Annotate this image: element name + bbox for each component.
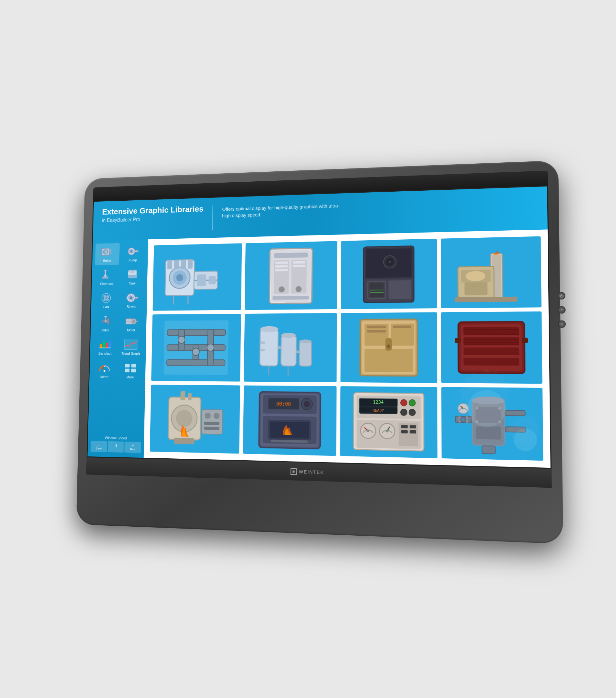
brand-name: WEINTEK — [299, 469, 324, 474]
device-wrapper: Extensive Graphic Libraries in EasyBuild… — [50, 43, 566, 655]
svg-rect-65 — [188, 259, 192, 268]
window-speed-label: Window Speed — [91, 435, 141, 440]
pump-label: Pump — [128, 258, 137, 262]
tile-8[interactable] — [441, 311, 542, 383]
svg-point-181 — [400, 409, 407, 416]
svg-rect-152 — [174, 438, 194, 444]
pause-icon: ⏸ — [113, 443, 118, 448]
svg-rect-76 — [275, 261, 288, 264]
svg-rect-132 — [367, 325, 386, 328]
svg-rect-12 — [104, 269, 106, 271]
sidebar-item-fan[interactable]: Fan — [94, 289, 118, 311]
svg-rect-133 — [367, 330, 386, 332]
screen-container: Extensive Graphic Libraries in EasyBuild… — [86, 185, 551, 469]
boiler-label: Boiler — [103, 259, 111, 263]
svg-rect-155 — [201, 409, 222, 434]
svg-line-49 — [102, 366, 105, 370]
sidebar-item-chemical[interactable]: Chemical — [94, 266, 119, 288]
motor-label: Motor — [127, 328, 135, 332]
svg-text:00:00: 00:00 — [276, 401, 291, 406]
tile-3[interactable] — [341, 239, 437, 309]
svg-point-182 — [409, 409, 415, 416]
svg-rect-42 — [102, 341, 105, 348]
tile-1[interactable] — [152, 243, 242, 311]
network-button[interactable]: ⊞ — [558, 320, 566, 327]
speed-slow-button[interactable]: 🚲 Slow — [90, 441, 107, 452]
right-buttons: ⏻ ✳ ⊞ — [557, 292, 566, 327]
tank-icon — [125, 268, 140, 281]
header-description: Offers optimal display for high-quality … — [222, 199, 347, 219]
svg-rect-68 — [208, 276, 215, 284]
svg-rect-54 — [131, 364, 136, 367]
tile-6[interactable] — [244, 313, 337, 382]
speed-fast-button[interactable]: ✈ Fast — [124, 441, 141, 452]
sidebar-item-tank[interactable]: Tank — [120, 265, 145, 288]
pump-icon — [125, 245, 140, 257]
svg-point-112 — [207, 344, 214, 351]
tile-2[interactable] — [245, 241, 337, 310]
svg-rect-77 — [275, 265, 288, 267]
svg-rect-62 — [167, 260, 172, 269]
svg-rect-210 — [482, 446, 495, 454]
svg-rect-158 — [204, 422, 219, 425]
valve-icon — [98, 315, 113, 327]
sidebar-item-meter[interactable]: Meter — [92, 359, 117, 381]
sidebar-item-trend-graph[interactable]: Trend Graph — [118, 336, 143, 358]
sidebar-item-blower[interactable]: Blower — [119, 289, 144, 311]
sidebar-item-more[interactable]: More — [118, 359, 142, 381]
sidebar-item-pump[interactable]: Pump — [120, 242, 145, 264]
sidebar-item-valve[interactable]: Valve — [93, 312, 118, 334]
trend-graph-icon — [123, 338, 138, 350]
slow-label: Slow — [95, 447, 101, 450]
power-button[interactable]: ⏻ — [557, 292, 565, 299]
svg-rect-115 — [281, 335, 296, 366]
tile-12[interactable] — [441, 387, 543, 461]
svg-rect-129 — [364, 349, 413, 372]
device-shell: Extensive Graphic Libraries in EasyBuild… — [76, 160, 563, 544]
fan-icon — [99, 292, 113, 304]
tile-7[interactable] — [340, 312, 437, 383]
svg-point-30 — [104, 320, 107, 323]
blower-label: Blower — [126, 305, 136, 309]
meter-label: Meter — [100, 375, 109, 379]
motor-icon — [124, 315, 139, 327]
svg-rect-123 — [260, 341, 265, 344]
header-title-line1: Extensive Graphic Libraries — [102, 204, 203, 217]
svg-rect-17 — [128, 275, 137, 278]
svg-rect-117 — [299, 341, 311, 366]
tile-11[interactable]: 1234 READY — [340, 386, 437, 458]
svg-rect-102 — [454, 296, 517, 302]
more-label: More — [126, 375, 134, 379]
sidebar-item-bar-chart[interactable]: Bar chart — [93, 336, 117, 358]
svg-rect-19 — [131, 269, 134, 270]
tile-10[interactable]: 00:00 — [243, 385, 336, 456]
svg-rect-27 — [135, 297, 138, 298]
svg-point-179 — [400, 400, 407, 406]
sidebar-item-motor[interactable]: Motor — [119, 312, 143, 334]
valve-label: Valve — [101, 328, 109, 332]
speed-pause-button[interactable]: ⏸ — [107, 441, 124, 452]
svg-rect-67 — [197, 274, 206, 286]
brand-logo: ▣ WEINTEK — [290, 468, 324, 475]
svg-rect-209 — [505, 427, 525, 432]
tile-9[interactable] — [150, 384, 240, 453]
svg-point-110 — [178, 336, 185, 343]
tile-5[interactable] — [151, 314, 241, 381]
svg-rect-124 — [260, 349, 265, 351]
svg-rect-11 — [128, 250, 130, 252]
svg-rect-56 — [131, 368, 136, 372]
chemical-icon — [99, 269, 114, 281]
svg-line-143 — [463, 334, 519, 335]
header-title-section: Extensive Graphic Libraries in EasyBuild… — [102, 204, 203, 223]
svg-rect-191 — [401, 425, 408, 428]
screen: Extensive Graphic Libraries in EasyBuild… — [87, 186, 550, 467]
sidebar-item-boiler[interactable]: Boiler — [95, 243, 120, 265]
brightness-button[interactable]: ✳ — [558, 306, 565, 313]
main-content: Boiler — [87, 229, 550, 468]
tile-4[interactable] — [441, 236, 541, 308]
bar-chart-icon — [98, 338, 112, 350]
svg-rect-154 — [188, 393, 191, 400]
svg-rect-79 — [292, 261, 305, 264]
svg-rect-199 — [476, 426, 501, 440]
svg-rect-147 — [455, 338, 461, 343]
